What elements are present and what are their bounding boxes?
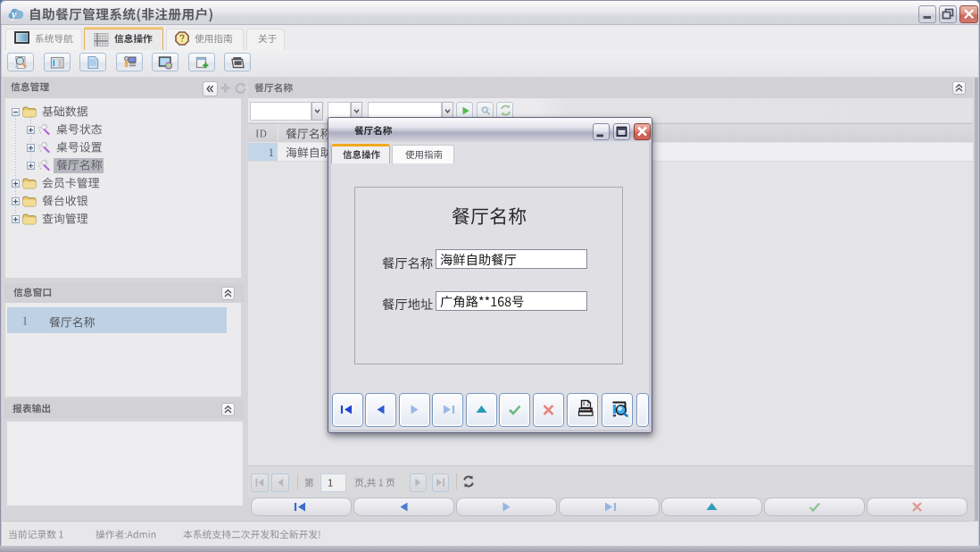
svg-text:y: y xyxy=(10,8,17,21)
